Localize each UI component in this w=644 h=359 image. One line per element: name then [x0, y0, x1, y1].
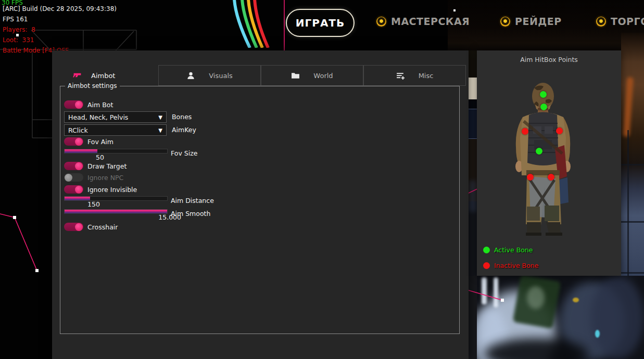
tab-world[interactable]: World: [261, 65, 363, 86]
tab-misc[interactable]: Misc: [363, 65, 466, 86]
hitbox-points-layer: [477, 50, 621, 276]
play-button-label: ИГРАТЬ: [296, 17, 345, 29]
light-slat: [494, 277, 498, 307]
aimkey-dropdown[interactable]: RClick ▼: [64, 124, 167, 136]
ignore-npc-label: Ignore NPC: [87, 174, 123, 182]
gun-icon: [73, 71, 82, 80]
fov-aim-label: Fov Aim: [87, 138, 113, 146]
legend-inactive-bone: Inactive Bone: [483, 262, 538, 270]
esp-node-dot: [13, 216, 16, 219]
background-grid-line: [621, 272, 644, 274]
build-info: [ARC] Build (Dec 28 2025, 09:43:38): [3, 5, 117, 12]
hitbox-point-left-arm: [522, 128, 528, 135]
ignore-invisible-toggle[interactable]: [64, 185, 83, 194]
nav-item-label: ТОРГО: [611, 16, 644, 27]
sliders-icon: [396, 71, 405, 80]
tab-visuals[interactable]: Visuals: [158, 65, 261, 86]
legend-active-bone: Active Bone: [483, 246, 533, 254]
background-grid-line: [627, 130, 629, 291]
blue-structure: [591, 276, 644, 359]
bones-dropdown-value: Head, Neck, Pelvis: [68, 113, 128, 121]
esp-node-dot: [453, 9, 456, 11]
players-counter: Players: 8: [3, 26, 35, 33]
aim-distance-value: 150: [78, 200, 109, 208]
active-bone-dot-icon: [483, 247, 490, 253]
nav-item-label: РЕЙДЕР: [515, 16, 562, 27]
person-icon: [186, 71, 195, 80]
coin-icon: [596, 17, 606, 27]
play-button[interactable]: ИГРАТЬ: [286, 9, 355, 37]
hitbox-point-left-leg: [527, 174, 534, 181]
background-grid-line: [621, 164, 644, 165]
loot-counter: Loot: 331: [3, 36, 34, 44]
background-gap-strip: [469, 50, 477, 359]
yellow-speck: [573, 298, 579, 302]
cheat-menu-panel: Aimbot Visuals World Misc Aimbot setting…: [52, 50, 469, 359]
nav-item-label: МАСТЕРСКАЯ: [391, 16, 470, 27]
folder-icon: [291, 71, 300, 80]
ignore-npc-toggle[interactable]: [64, 173, 83, 182]
aim-smooth-label: Aim Smooth: [171, 210, 210, 217]
aim-bot-toggle[interactable]: [64, 100, 83, 109]
legend-label: Inactive Bone: [494, 262, 538, 270]
bones-dropdown[interactable]: Head, Neck, Pelvis ▼: [64, 111, 167, 123]
hitbox-point-neck: [540, 104, 547, 110]
nav-item-workshop[interactable]: МАСТЕРСКАЯ: [376, 16, 470, 27]
aim-distance-label: Aim Distance: [171, 197, 214, 204]
fov-size-value: 50: [84, 153, 116, 161]
bones-label: Bones: [172, 113, 192, 121]
rainbow-stripes: [221, 0, 281, 48]
aimkey-label: AimKey: [172, 126, 196, 134]
cyan-speck: [595, 330, 600, 338]
tab-label: Aimbot: [91, 72, 115, 80]
fov-aim-toggle[interactable]: [64, 137, 83, 146]
tab-label: World: [313, 72, 333, 80]
nav-item-raider[interactable]: РЕЙДЕР: [500, 16, 562, 27]
crosshair-toggle[interactable]: [64, 223, 83, 231]
chevron-down-icon: ▼: [158, 127, 162, 133]
fov-size-label: Fov Size: [171, 149, 197, 157]
aimkey-dropdown-value: RClick: [68, 126, 88, 134]
ignore-invisible-label: Ignore Invisible: [87, 186, 137, 194]
light-slat: [482, 277, 487, 304]
draw-target-toggle[interactable]: [64, 162, 83, 170]
coin-icon: [500, 17, 510, 27]
coin-icon: [376, 17, 386, 27]
inactive-bone-dot-icon: [483, 262, 490, 269]
tab-label: Misc: [419, 72, 434, 80]
esp-node-dot: [501, 299, 504, 302]
background-grid-line: [621, 221, 644, 223]
tab-label: Visuals: [209, 72, 233, 80]
hitbox-point-head: [540, 91, 547, 98]
draw-target-label: Draw Target: [87, 162, 127, 170]
hitbox-preview-panel: Aim HitBox Points: [477, 50, 621, 276]
background-dock-scene: [469, 276, 644, 359]
esp-node-dot: [35, 269, 39, 272]
legend-label: Active Bone: [494, 246, 533, 254]
hitbox-point-right-leg: [548, 174, 554, 181]
fps-counter: FPS 161: [3, 16, 28, 23]
chevron-down-icon: ▼: [158, 114, 162, 120]
hitbox-point-right-arm: [556, 127, 563, 134]
hitbox-point-pelvis: [536, 148, 542, 155]
aim-bot-label: Aim Bot: [87, 101, 113, 109]
group-title: Aimbot settings: [65, 82, 120, 89]
nav-item-trade[interactable]: ТОРГО: [596, 16, 644, 27]
sign-figure: [527, 286, 545, 309]
crosshair-label: Crosshair: [87, 223, 118, 231]
fov-size-slider[interactable]: [64, 149, 168, 153]
